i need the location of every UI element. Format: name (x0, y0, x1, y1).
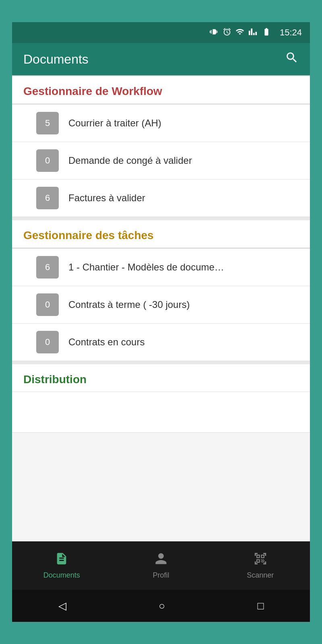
section-workflow: Gestionnaire de Workflow 5 Courrier à tr… (12, 76, 310, 217)
documents-icon (55, 552, 68, 569)
item-label-conge: Demande de congé à valider (68, 155, 192, 166)
badge-chantier: 6 (36, 256, 59, 279)
section-taches-header: Gestionnaire des tâches (12, 220, 310, 248)
item-label-factures: Factures à valider (68, 192, 145, 204)
section-distribution-header: Distribution (12, 364, 310, 392)
badge-contrats-cours: 0 (36, 331, 59, 353)
badge-courrier: 5 (36, 112, 59, 134)
section-workflow-header: Gestionnaire de Workflow (12, 76, 310, 104)
battery-icon (261, 27, 272, 38)
profil-icon (154, 552, 168, 569)
nav-label-profil: Profil (153, 571, 169, 580)
bottom-nav: Documents Profil Scanner (12, 541, 310, 590)
status-icons (210, 27, 272, 38)
section-distribution-title: Distribution (23, 373, 87, 386)
back-button[interactable]: ◁ (58, 600, 66, 612)
list-item[interactable]: 0 Demande de congé à valider (12, 142, 310, 180)
nav-label-documents: Documents (43, 571, 80, 580)
item-label-contrats-terme: Contrats à terme ( -30 jours) (68, 299, 190, 310)
section-workflow-title: Gestionnaire de Workflow (23, 85, 162, 97)
nav-label-scanner: Scanner (247, 571, 274, 580)
badge-factures: 6 (36, 187, 59, 209)
item-label-courrier: Courrier à traiter (AH) (68, 118, 161, 129)
section-taches-title: Gestionnaire des tâches (23, 229, 154, 242)
list-item[interactable]: 0 Contrats en cours (12, 324, 310, 361)
section-distribution: Distribution (12, 364, 310, 433)
app-bar: Documents (12, 43, 310, 75)
badge-conge: 0 (36, 149, 59, 172)
section-taches: Gestionnaire des tâches 6 1 - Chantier -… (12, 220, 310, 361)
distribution-content (12, 392, 310, 432)
section-separator-1 (12, 217, 310, 220)
item-label-contrats-cours: Contrats en cours (68, 336, 144, 348)
status-time: 15:24 (280, 27, 302, 38)
signal-icon (248, 27, 257, 38)
main-content: Gestionnaire de Workflow 5 Courrier à tr… (12, 75, 310, 541)
section-separator-2 (12, 361, 310, 364)
nav-item-profil[interactable]: Profil (111, 552, 211, 580)
app-bar-title: Documents (23, 52, 89, 67)
nav-item-scanner[interactable]: Scanner (211, 552, 310, 580)
item-label-chantier: 1 - Chantier - Modèles de docume… (68, 262, 224, 273)
list-item[interactable]: 6 1 - Chantier - Modèles de docume… (12, 249, 310, 286)
list-item[interactable]: 5 Courrier à traiter (AH) (12, 105, 310, 142)
status-bar: 15:24 (12, 22, 310, 43)
badge-contrats-terme: 0 (36, 293, 59, 316)
recent-button[interactable]: □ (258, 600, 264, 612)
nav-item-documents[interactable]: Documents (12, 552, 111, 580)
home-button[interactable]: ○ (159, 600, 165, 612)
system-nav: ◁ ○ □ (12, 590, 310, 622)
vibrate-icon (210, 27, 219, 38)
phone-frame: 15:24 Documents Gestionnaire de Workflow… (12, 22, 310, 622)
scanner-icon (254, 552, 267, 569)
wifi-icon (235, 27, 244, 38)
list-item[interactable]: 0 Contrats à terme ( -30 jours) (12, 286, 310, 324)
search-icon[interactable] (285, 51, 299, 68)
list-item[interactable]: 6 Factures à valider (12, 180, 310, 217)
alarm-icon (223, 27, 231, 38)
